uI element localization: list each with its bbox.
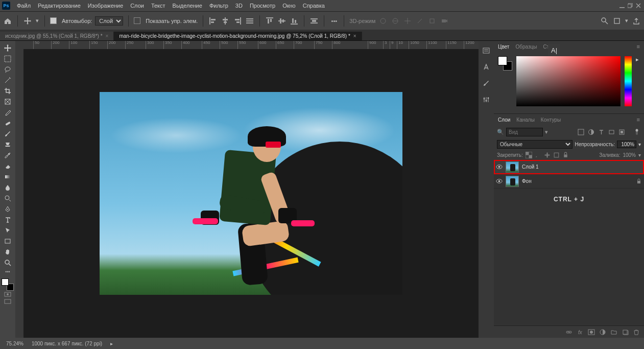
align-vcenter-icon[interactable]	[277, 16, 287, 26]
3d-camera-icon[interactable]	[440, 16, 449, 26]
crop-tool-icon[interactable]	[1, 86, 14, 96]
delete-layer-icon[interactable]	[633, 329, 640, 336]
window-close-icon[interactable]	[634, 3, 642, 8]
path-selection-tool-icon[interactable]	[1, 225, 14, 236]
opacity-flyout-icon[interactable]: ▾	[638, 142, 641, 147]
eyedropper-tool-icon[interactable]	[1, 107, 14, 118]
layer-name[interactable]: Фон	[522, 178, 532, 184]
dodge-tool-icon[interactable]	[1, 193, 14, 203]
autoselect-checkbox[interactable]	[50, 17, 57, 24]
window-restore-icon[interactable]	[626, 3, 634, 8]
panel-menu-icon[interactable]: ≡	[637, 117, 640, 123]
adjustment-layer-icon[interactable]	[599, 329, 606, 336]
menu-edit[interactable]: Редактирование	[34, 0, 84, 11]
edit-toolbar-icon[interactable]: •••	[1, 268, 14, 275]
opacity-value[interactable]: 100%	[617, 141, 636, 148]
character-panel-icon[interactable]	[482, 62, 491, 72]
color-fgbg-swatch[interactable]	[498, 56, 512, 71]
menu-3d[interactable]: 3D	[232, 0, 246, 11]
menu-filter[interactable]: Фильтр	[206, 0, 232, 11]
tab-close-icon[interactable]: ×	[353, 33, 356, 39]
search-icon[interactable]	[600, 16, 609, 26]
share-icon[interactable]	[632, 16, 641, 26]
menu-window[interactable]: Окно	[279, 0, 299, 11]
artboard-flyout-icon[interactable]: ▾	[625, 16, 629, 26]
move-tool-icon[interactable]	[1, 43, 14, 53]
brush-tool-icon[interactable]	[1, 129, 14, 139]
brushes-panel-icon[interactable]	[482, 79, 491, 88]
fill-value[interactable]: 100%	[623, 152, 636, 158]
menu-image[interactable]: Изображение	[84, 0, 127, 11]
move-flyout-icon[interactable]: ▾	[35, 16, 39, 26]
layer-row[interactable]: Слой 1	[494, 160, 644, 174]
clone-stamp-tool-icon[interactable]	[1, 139, 14, 150]
document-info[interactable]: 1000 пикс. x 667 пикс. (72 ppi)	[32, 341, 102, 346]
adjustments-panel-icon[interactable]	[482, 95, 491, 104]
window-minimize-icon[interactable]	[617, 3, 626, 8]
ruler-vertical[interactable]	[15, 49, 23, 338]
color-swatches[interactable]	[2, 278, 14, 291]
gradient-tool-icon[interactable]	[1, 172, 14, 182]
menu-view[interactable]: Просмотр	[246, 0, 279, 11]
layer-thumbnail[interactable]	[506, 176, 519, 187]
3d-slide-icon[interactable]	[415, 16, 424, 26]
type-tool-icon[interactable]	[1, 215, 14, 225]
history-panel-icon[interactable]	[482, 46, 491, 55]
distribute-icon[interactable]	[309, 16, 319, 26]
show-controls-checkbox[interactable]	[134, 17, 140, 24]
menu-select[interactable]: Выделение	[169, 0, 206, 11]
history-brush-tool-icon[interactable]	[1, 150, 14, 160]
document-tab[interactable]: исходник.jpg @ 55,1% (Слой 1, RGB/8*) * …	[0, 32, 114, 40]
panel-tab-color[interactable]: Цвет	[498, 42, 509, 51]
align-bottom-icon[interactable]	[290, 16, 299, 26]
panel-tab-layers[interactable]: Слои	[498, 115, 510, 124]
menu-help[interactable]: Справка	[299, 0, 328, 11]
layer-thumbnail[interactable]	[506, 161, 519, 173]
tab-close-icon[interactable]: ×	[106, 33, 109, 39]
ruler-horizontal[interactable]: 50 200 100 150 200 250 300 350 400 450 5…	[15, 41, 479, 49]
menu-file[interactable]: Файл	[13, 0, 34, 11]
new-layer-icon[interactable]	[622, 329, 629, 336]
lock-pixels-icon[interactable]	[535, 152, 541, 158]
filter-pixel-icon[interactable]	[577, 128, 585, 136]
fill-flyout-icon[interactable]: ▾	[638, 152, 641, 158]
artboard-icon[interactable]	[612, 16, 622, 26]
layer-row[interactable]: Фон	[494, 174, 644, 189]
menu-text[interactable]: Текст	[148, 0, 169, 11]
layer-mask-icon[interactable]	[588, 329, 595, 336]
group-icon[interactable]	[610, 329, 617, 336]
move-tool-icon[interactable]	[23, 16, 32, 26]
3d-pan-icon[interactable]	[403, 16, 412, 26]
align-hcenter-icon[interactable]	[221, 16, 230, 26]
status-flyout-icon[interactable]: ▸	[110, 341, 113, 346]
layer-filter-input[interactable]	[506, 128, 543, 136]
healing-brush-tool-icon[interactable]	[1, 118, 14, 128]
link-layers-icon[interactable]	[565, 329, 573, 336]
panel-menu-icon[interactable]: ≡	[637, 43, 640, 50]
document-tab-active[interactable]: man-ride-bicycle-bridgethe-image-cyclist…	[114, 32, 362, 40]
filter-adjustment-icon[interactable]	[587, 128, 595, 136]
filter-toggle[interactable]	[633, 128, 641, 136]
filter-shape-icon[interactable]	[607, 128, 615, 136]
filter-type-icon[interactable]	[597, 128, 605, 136]
align-right-icon[interactable]	[233, 16, 242, 26]
lock-position-icon[interactable]	[544, 152, 551, 158]
blur-tool-icon[interactable]	[1, 182, 14, 193]
layer-style-icon[interactable]: fx	[577, 329, 584, 336]
layer-name[interactable]: Слой 1	[522, 164, 539, 170]
eraser-tool-icon[interactable]	[1, 161, 14, 171]
zoom-level[interactable]: 75.24%	[6, 341, 23, 346]
more-options-icon[interactable]: •••	[329, 16, 339, 26]
zoom-tool-icon[interactable]	[1, 258, 14, 268]
document-canvas[interactable]	[23, 49, 479, 338]
hue-slider[interactable]	[625, 56, 632, 106]
lasso-tool-icon[interactable]	[1, 64, 14, 75]
marquee-tool-icon[interactable]	[1, 54, 14, 64]
3d-orbit-icon[interactable]	[378, 16, 388, 26]
autoselect-target-select[interactable]: Слой	[95, 16, 123, 26]
frame-tool-icon[interactable]	[1, 97, 14, 107]
color-field-picker[interactable]	[516, 56, 621, 106]
hand-tool-icon[interactable]	[1, 247, 14, 257]
panel-tab-paths[interactable]: Контуры	[541, 115, 561, 124]
rectangle-tool-icon[interactable]	[1, 236, 14, 246]
